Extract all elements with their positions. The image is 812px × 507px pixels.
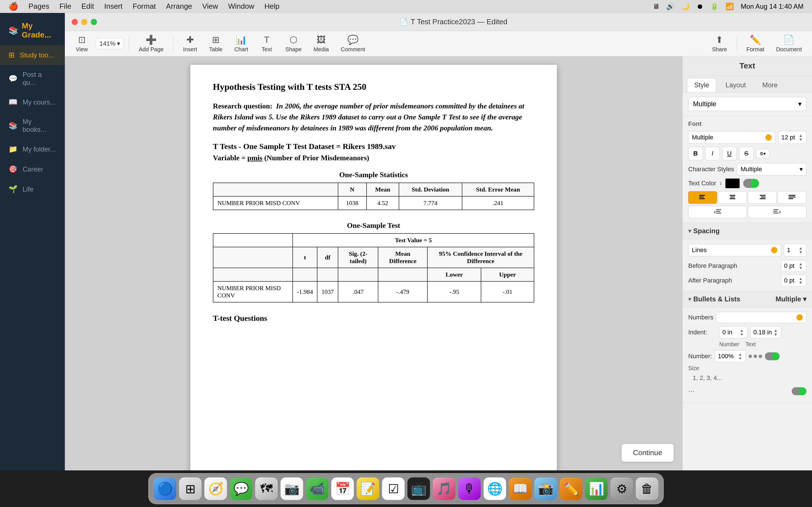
- list-toggle[interactable]: [792, 387, 806, 395]
- continue-button[interactable]: Continue: [621, 444, 674, 462]
- close-button[interactable]: [71, 19, 78, 25]
- text-color-toggle[interactable]: [743, 179, 759, 188]
- italic-button[interactable]: I: [705, 147, 720, 160]
- before-paragraph-value[interactable]: 0 pt ▲ ▼: [781, 260, 806, 272]
- dock-finder[interactable]: 🔵: [154, 477, 176, 500]
- bold-button[interactable]: B: [688, 147, 703, 160]
- number-pct-box[interactable]: 100% ▲ ▼: [715, 350, 746, 362]
- dock-messages[interactable]: 💬: [230, 477, 252, 500]
- strikethrough-button[interactable]: S: [739, 147, 754, 160]
- dock-reminders[interactable]: ☑: [382, 477, 405, 500]
- bullets-multiple-select[interactable]: Multiple ▾: [776, 295, 806, 303]
- format-button[interactable]: ✏️ Format: [742, 32, 769, 55]
- number-pct-up[interactable]: ▲: [738, 352, 743, 356]
- text-button[interactable]: T Text: [255, 33, 278, 55]
- before-paragraph-stepper[interactable]: ▲ ▼: [798, 262, 803, 270]
- menu-format[interactable]: Format: [133, 2, 156, 11]
- dock-podcasts[interactable]: 🎙: [458, 477, 481, 500]
- dock-notes[interactable]: 📝: [357, 477, 379, 500]
- indent-num-up[interactable]: ▲: [739, 328, 744, 332]
- sidebar-item-career[interactable]: 🎯 Career: [0, 159, 65, 179]
- dock-books[interactable]: 📖: [509, 477, 531, 500]
- add-page-button[interactable]: ➕ Add Page: [134, 32, 168, 55]
- shape-button[interactable]: ⬡ Shape: [281, 32, 306, 55]
- record-icon[interactable]: ⏺: [697, 3, 703, 10]
- dock-trash[interactable]: 🗑: [636, 477, 658, 500]
- font-name-select[interactable]: Multiple: [688, 131, 775, 144]
- sidebar-item-life[interactable]: 🌱 Life: [0, 179, 65, 199]
- lines-select[interactable]: Lines: [688, 244, 781, 256]
- insert-button[interactable]: ✚ Insert: [179, 32, 202, 55]
- fullscreen-button[interactable]: [91, 19, 97, 25]
- sidebar-item-study[interactable]: ⊞ Study too...: [0, 45, 65, 65]
- lines-up[interactable]: ▲: [798, 246, 803, 250]
- font-size-down[interactable]: ▼: [798, 137, 803, 142]
- dock-facetime[interactable]: 📹: [306, 477, 328, 500]
- spacing-section-header[interactable]: ▾ Spacing: [682, 223, 812, 239]
- lines-value-box[interactable]: 1 ▲ ▼: [784, 244, 806, 257]
- table-button[interactable]: ⊞ Table: [204, 32, 227, 55]
- text-color-swatch[interactable]: [725, 178, 740, 188]
- doc-canvas[interactable]: Hypothesis Testing with T tests STA 250 …: [65, 56, 682, 470]
- bullets-section-header[interactable]: ▾ Bullets & Lists Multiple ▾: [682, 291, 812, 307]
- menu-pages[interactable]: Pages: [29, 2, 49, 11]
- after-down[interactable]: ▼: [798, 281, 803, 284]
- indent-increase-button[interactable]: [748, 206, 807, 218]
- before-down[interactable]: ▼: [798, 266, 803, 270]
- night-mode-icon[interactable]: 🌙: [681, 3, 690, 10]
- display-icon[interactable]: 🖥: [653, 3, 659, 10]
- tab-style[interactable]: Style: [687, 78, 716, 92]
- indent-text-stepper[interactable]: ▲ ▼: [773, 328, 778, 336]
- dock-system-prefs[interactable]: ⚙: [610, 477, 633, 500]
- minimize-button[interactable]: [81, 19, 87, 25]
- menu-insert[interactable]: Insert: [104, 2, 122, 11]
- sidebar-item-post[interactable]: 💬 Post a qu...: [0, 65, 65, 92]
- indent-text-box[interactable]: 0.18 in ▲ ▼: [750, 327, 781, 338]
- sidebar-logo[interactable]: 📚 My Grade...: [0, 18, 65, 45]
- dock-apple-tv[interactable]: 📺: [407, 477, 430, 500]
- indent-text-down[interactable]: ▼: [773, 332, 778, 336]
- battery-icon[interactable]: 🔋: [710, 3, 719, 10]
- sidebar-item-folders[interactable]: 📁 My folder...: [0, 139, 65, 159]
- after-paragraph-value[interactable]: 0 pt ▲ ▼: [781, 275, 806, 286]
- numbers-select[interactable]: [716, 312, 806, 323]
- dock-maps[interactable]: 🗺: [255, 477, 278, 500]
- document-button[interactable]: 📄 Document: [772, 32, 806, 55]
- more-styles-button[interactable]: ⚙ ▾: [756, 149, 769, 158]
- menu-file[interactable]: File: [59, 2, 71, 11]
- indent-decrease-button[interactable]: [688, 206, 747, 218]
- dock-screenshots[interactable]: 📸: [534, 477, 557, 500]
- dock-numbers[interactable]: 📊: [585, 477, 608, 500]
- align-center-button[interactable]: [718, 191, 747, 204]
- menu-window[interactable]: Window: [228, 2, 254, 11]
- dock-launchpad[interactable]: ⊞: [179, 477, 202, 500]
- font-size-stepper[interactable]: ▲ ▼: [798, 133, 803, 142]
- align-left-button[interactable]: [688, 191, 717, 204]
- indent-num-down[interactable]: ▼: [739, 332, 744, 336]
- view-button[interactable]: ⊡ View: [70, 32, 93, 55]
- before-up[interactable]: ▲: [798, 262, 803, 266]
- after-paragraph-stepper[interactable]: ▲ ▼: [798, 277, 803, 284]
- zoom-control[interactable]: 141% ▾: [96, 38, 124, 49]
- sidebar-item-books[interactable]: 📚 My books...: [0, 112, 65, 139]
- dock-music[interactable]: 🎵: [433, 477, 455, 500]
- menu-view[interactable]: View: [202, 2, 218, 11]
- dock-safari[interactable]: 🧭: [204, 477, 227, 500]
- after-up[interactable]: ▲: [798, 277, 803, 281]
- number-pct-down[interactable]: ▼: [738, 356, 743, 360]
- menu-edit[interactable]: Edit: [82, 2, 94, 11]
- tab-more[interactable]: More: [755, 78, 784, 92]
- font-size-control[interactable]: 12 pt ▲ ▼: [778, 131, 806, 144]
- chart-button[interactable]: 📊 Chart: [230, 32, 253, 55]
- font-size-up[interactable]: ▲: [798, 133, 803, 137]
- number-toggle[interactable]: [765, 352, 779, 360]
- sidebar-item-courses[interactable]: 📖 My cours...: [0, 92, 65, 112]
- dock-photos[interactable]: 📷: [281, 477, 303, 500]
- dock-pages[interactable]: ✏️: [560, 477, 582, 500]
- align-justify-button[interactable]: [777, 191, 806, 204]
- indent-number-box[interactable]: 0 in ▲ ▼: [719, 327, 748, 338]
- dock-calendar[interactable]: 📅: [331, 477, 354, 500]
- char-styles-select[interactable]: Multiple ▾: [737, 163, 806, 175]
- comment-button[interactable]: 💬 Comment: [336, 32, 370, 55]
- media-button[interactable]: 🖼 Media: [309, 33, 333, 55]
